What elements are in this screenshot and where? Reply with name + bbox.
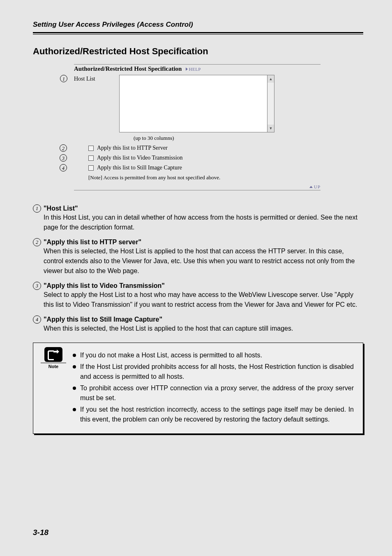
checkbox-http-label: Apply this list to HTTP Server [97,145,168,151]
note-item: If you do not make a Host List, access i… [73,350,354,360]
host-list-input[interactable] [119,75,267,132]
definition-head: 4 "Apply this list to Still Image Captur… [33,315,363,324]
definition-body: In this Host List, you can in detail whe… [44,213,363,232]
definition-body: Select to apply the Host List to a host … [44,290,363,310]
num-circle-icon: 1 [33,204,41,213]
checkbox-row-http: 2 Apply this list to HTTP Server [88,145,321,151]
note-item: If you set the host restriction incorrec… [73,405,354,424]
panel-header: Authorized/Restricted Host Specification… [74,64,321,72]
marker-2: 2 [60,144,67,152]
note-item: To prohibit access over HTTP connection … [73,383,354,403]
checkbox-row-still: 4 Apply this list to Still Image Capture [88,164,321,171]
definition-item: 2 "Apply this list to HTTP server" When … [33,238,363,276]
definition-title: "Apply this list to Video Transmission" [44,282,165,290]
panel-note-inline: [Note] Access is permitted from any host… [88,174,321,181]
definition-body: When this is selected, the Host List is … [44,324,363,334]
checkbox-row-video: 3 Apply this list to Video Transmission [88,155,321,161]
definition-item: 4 "Apply this list to Still Image Captur… [33,315,363,334]
definition-title: "Apply this list to HTTP server" [44,239,141,246]
definition-title: "Host List" [44,205,78,212]
section-title: Authorized/Restricted Host Specification [33,46,363,57]
num-circle-icon: 2 [33,238,41,246]
definition-body: When this is selected, the Host List is … [44,246,363,276]
checkbox-http[interactable] [88,146,94,151]
checkbox-still-label: Apply this list to Still Image Capture [97,164,182,171]
definition-title: "Apply this list to Still Image Capture" [44,316,162,323]
note-icon-label: Note [41,363,66,369]
running-head: Setting User Access Privileges (Access C… [33,21,363,29]
panel-title: Authorized/Restricted Host Specification [74,65,182,72]
checkbox-video-label: Apply this list to Video Transmission [97,155,183,161]
textarea-wrap: ▲ ▼ [119,75,321,132]
checkbox-still[interactable] [88,165,94,171]
up-link[interactable]: UP [74,184,321,190]
note-box: Note If you do not make a Host List, acc… [33,343,363,434]
scrollbar[interactable]: ▲ ▼ [267,75,274,132]
up-label: UP [314,184,321,189]
definitions: 1 "Host List" In this Host List, you can… [33,204,363,334]
play-icon [186,67,188,71]
num-circle-icon: 3 [33,282,41,290]
definition-head: 2 "Apply this list to HTTP server" [33,238,363,246]
note-icon-wrap: Note [41,347,66,369]
host-list-label: Host List [74,75,119,82]
scroll-track[interactable] [267,83,274,125]
marker-3: 3 [60,154,67,162]
definition-item: 1 "Host List" In this Host List, you can… [33,204,363,232]
note-item: If the Host List provided prohibits acce… [73,362,354,382]
definition-item: 3 "Apply this list to Video Transmission… [33,282,363,310]
page: Setting User Access Privileges (Access C… [0,0,392,556]
settings-panel: Authorized/Restricted Host Specification… [74,64,321,190]
help-link[interactable]: HELP [186,67,201,72]
page-number: 3-18 [33,528,48,537]
rule-thin [33,34,363,35]
checkbox-video[interactable] [88,155,94,161]
host-list-row: 1 Host List ▲ ▼ [74,75,321,132]
scroll-down-icon[interactable]: ▼ [267,125,274,132]
marker-1: 1 [60,75,67,82]
note-icon [44,347,62,362]
marker-4: 4 [60,164,67,171]
rule-thick [33,32,363,33]
definition-head: 1 "Host List" [33,204,363,213]
host-list-hint: (up to 30 columns) [134,135,321,141]
definition-head: 3 "Apply this list to Video Transmission… [33,282,363,290]
scroll-up-icon[interactable]: ▲ [267,75,274,83]
num-circle-icon: 4 [33,315,41,324]
note-list: If you do not make a Host List, access i… [73,350,354,424]
help-label: HELP [189,67,201,72]
up-icon [309,186,313,188]
